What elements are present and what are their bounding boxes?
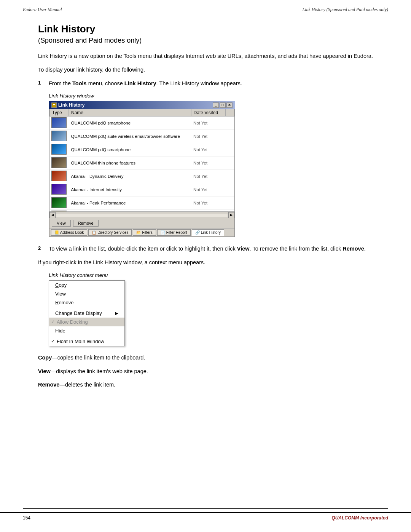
tab-filter-report-label: Filter Report (166, 230, 187, 235)
link-history-window: Link History _ □ ✕ Type Name Date Visite… (49, 101, 235, 237)
horizontal-scrollbar[interactable]: ◀ ▶ (49, 212, 234, 218)
col-name: Name (69, 109, 191, 117)
row-1-name: QUALCOMM pdQ smartphone (69, 117, 191, 130)
ctx-copy[interactable]: Copy (49, 281, 124, 289)
intro-paragraph-2: To display your link history, do the fol… (38, 66, 373, 74)
step-1-text: From the Tools menu, choose Link History… (49, 80, 242, 88)
window-app-icon (51, 102, 57, 108)
scroll-left-button[interactable]: ◀ (49, 212, 56, 218)
step-2: 2 To view a link in the list, double-cli… (38, 245, 373, 253)
table-row[interactable]: QUALCOMM pdQ suite wireless email/browse… (50, 130, 234, 143)
filters-icon: 📂 (136, 230, 141, 235)
row-3-name: QUALCOMM pdQ smartphone (69, 143, 191, 157)
remove-description: Remove—deletes the link item. (38, 381, 373, 389)
ctx-change-date-label: Change Date Display (55, 310, 102, 316)
caption-1: Link History window (49, 93, 373, 99)
scroll-right-button[interactable]: ▶ (228, 212, 234, 218)
table-row[interactable]: QUALCOMM thin phone features Not Yet (50, 157, 234, 170)
ctx-allow-docking-label: Allow Docking (57, 319, 88, 325)
row-5-scroll (225, 170, 234, 183)
close-button[interactable]: ✕ (226, 102, 233, 108)
remove-bold: Remove (38, 382, 59, 388)
row-6-scroll (225, 183, 234, 197)
address-book-icon: 📒 (54, 230, 59, 235)
ctx-allow-docking[interactable]: ✓ Allow Docking (49, 318, 124, 326)
minimize-button[interactable]: _ (213, 102, 219, 108)
titlebar-left: Link History (51, 102, 84, 108)
remove-button[interactable]: Remove (73, 220, 99, 227)
row-4-scroll (225, 157, 234, 170)
taskbar: 📒 Address Book 📋 Directory Services 📂 Fi… (49, 228, 234, 236)
tab-directory-services-label: Directory Services (97, 230, 128, 235)
ctx-hide[interactable]: Hide (49, 326, 124, 335)
table-wrapper: Type Name Date Visited QUALCOMM pdQ smar… (49, 109, 234, 212)
chapter-subtitle: (Sponsored and Paid modes only) (38, 37, 373, 45)
row-3-type (50, 143, 69, 157)
row-6-name: Akamai - Internet Intensity (69, 183, 191, 197)
row-2-scroll (225, 130, 234, 143)
row-4-date: Not Yet (191, 157, 225, 170)
ctx-submenu-arrow: ▶ (115, 311, 118, 315)
step-2-text: To view a link in the list, double-click… (49, 245, 366, 253)
button-row: View Remove (49, 218, 234, 228)
ctx-float-main-window[interactable]: ✓ Float In Main Window (49, 337, 124, 346)
step-1-number: 1 (38, 80, 49, 86)
tab-filter-report[interactable]: 📄 Filter Report (157, 229, 191, 236)
tab-directory-services[interactable]: 📋 Directory Services (88, 229, 132, 236)
col-scroll-placeholder (225, 109, 234, 117)
page-number: 154 (23, 515, 30, 521)
window-controls[interactable]: _ □ ✕ (213, 102, 233, 108)
page-footer: 154 QUALCOMM Incorporated (0, 512, 411, 521)
copy-desc-text: —copies the link item to the clipboard. (52, 355, 145, 361)
view-button[interactable]: View (52, 220, 71, 227)
scroll-track[interactable] (56, 214, 228, 217)
page-header: Eudora User Manual Link History (Sponsor… (0, 0, 411, 16)
row-4-name: QUALCOMM thin phone features (69, 157, 191, 170)
step-1-bold-tools: Tools (72, 80, 87, 86)
tab-link-history[interactable]: 🔗 Link History (192, 229, 224, 236)
copy-description: Copy—copies the link item to the clipboa… (38, 354, 373, 362)
ctx-float-label: Float In Main Window (57, 339, 104, 344)
footer-line (23, 508, 388, 509)
row-1-type (50, 117, 69, 130)
ctx-remove[interactable]: Remove (49, 298, 124, 307)
restore-button[interactable]: □ (220, 102, 226, 108)
step-2-bold-remove: Remove (342, 246, 364, 252)
ctx-separator-1 (49, 308, 124, 308)
ctx-allow-docking-check: ✓ (51, 319, 55, 324)
window-title: Link History (58, 102, 84, 108)
tab-filters[interactable]: 📂 Filters (133, 229, 156, 236)
row-7-type (50, 197, 69, 210)
table-header: Type Name Date Visited (50, 109, 234, 117)
row-5-date: Not Yet (191, 170, 225, 183)
header-right: Link History (Sponsored and Paid modes o… (302, 7, 388, 13)
view-bold: View (38, 368, 51, 374)
row-5-name: Akamai - Dynamic Delivery (69, 170, 191, 183)
step-1-bold-link-history: Link History (124, 80, 156, 86)
ctx-hide-label: Hide (55, 328, 65, 334)
window-body: Type Name Date Visited QUALCOMM pdQ smar… (49, 109, 235, 237)
ctx-copy-label: Copy (55, 282, 67, 288)
row-7-name: Akamai - Peak Performance (69, 197, 191, 210)
tab-address-book[interactable]: 📒 Address Book (51, 229, 87, 236)
view-description: View—displays the link item’s web site p… (38, 367, 373, 376)
context-menu: Copy View Remove Change Date Display ▶ ✓… (49, 280, 125, 346)
table-row[interactable]: QUALCOMM pdQ smartphone Not Yet (50, 117, 234, 130)
caption-2: Link History context menu (49, 272, 373, 278)
company-name: QUALCOMM Incorporated (331, 515, 388, 521)
intro-paragraph-1: Link History is a new option on the Tool… (38, 52, 373, 61)
row-5-type (50, 170, 69, 183)
row-1-scroll (225, 117, 234, 130)
row-6-type (50, 183, 69, 197)
context-intro: If you right-click in the Link History w… (38, 259, 373, 267)
filter-report-icon: 📄 (161, 230, 165, 235)
table-row[interactable]: Akamai - Peak Performance Not Yet (50, 197, 234, 210)
table-row[interactable]: Akamai - Dynamic Delivery Not Yet (50, 170, 234, 183)
step-2-number: 2 (38, 245, 49, 251)
ctx-view-label: View (55, 291, 66, 297)
ctx-view[interactable]: View (49, 289, 124, 298)
table-row[interactable]: QUALCOMM pdQ smartphone Not Yet (50, 143, 234, 157)
table-row[interactable]: Akamai - Internet Intensity Not Yet (50, 183, 234, 197)
col-type: Type (50, 109, 69, 117)
ctx-change-date-display[interactable]: Change Date Display ▶ (49, 309, 124, 318)
